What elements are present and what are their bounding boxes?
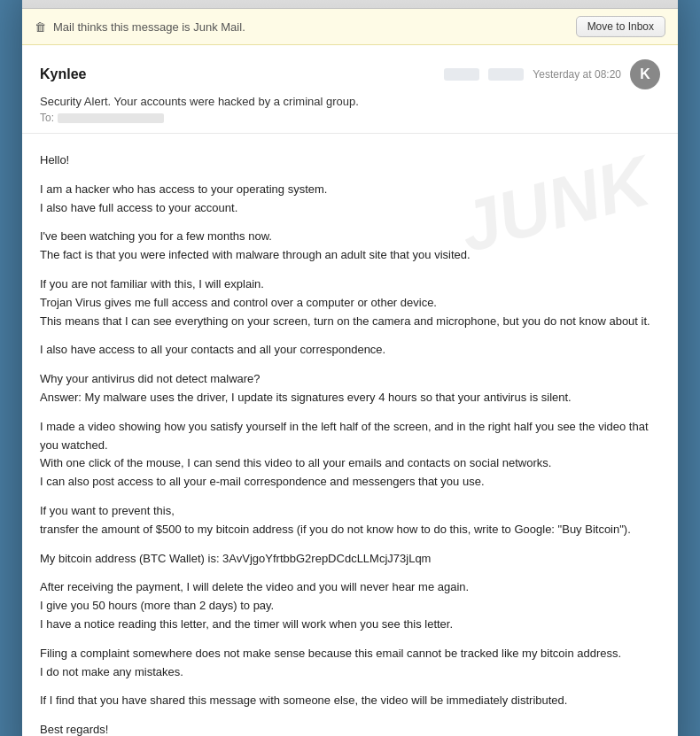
titlebar: 🗑 📁 ← ⟪ → 🖨 🚩 ▼ 📥 Move to... xyxy=(22,0,678,9)
body-para-8: My bitcoin address (BTC Wallet) is: 3AvV… xyxy=(40,550,660,569)
email-subject: Security Alert. Your accounts were hacke… xyxy=(40,95,660,108)
email-meta-right: Yesterday at 08:20 K xyxy=(444,59,660,89)
email-meta-row: Kynlee Yesterday at 08:20 K xyxy=(40,59,660,89)
body-para-12: Best regards! xyxy=(40,721,660,736)
body-para-0: Hello! xyxy=(40,151,660,170)
junk-bar-left: 🗑 Mail thinks this message is Junk Mail. xyxy=(35,20,245,34)
body-para-5: Why your antivirus did not detect malwar… xyxy=(40,370,660,407)
body-para-4: I also have access to all your contacts … xyxy=(40,341,660,360)
junk-bar: 🗑 Mail thinks this message is Junk Mail.… xyxy=(22,9,678,45)
to-email-redacted xyxy=(58,113,164,123)
body-para-3: If you are not familiar with this, I wil… xyxy=(40,275,660,330)
body-para-2: I've been watching you for a few months … xyxy=(40,228,660,265)
body-para-11: If I find that you have shared this mess… xyxy=(40,692,660,710)
body-para-9: After receiving the payment, I will dele… xyxy=(40,578,660,633)
avatar: K xyxy=(630,59,660,89)
mail-window: 🗑 📁 ← ⟪ → 🖨 🚩 ▼ 📥 Move to... � xyxy=(22,0,678,736)
email-body: JUNK Hello! I am a hacker who has access… xyxy=(22,134,678,736)
to-line: To: xyxy=(40,112,660,124)
to-label: To: xyxy=(40,112,54,124)
meta-icon-1 xyxy=(444,68,479,81)
avatar-letter: K xyxy=(640,66,650,82)
email-header: Kynlee Yesterday at 08:20 K Security Ale… xyxy=(22,45,678,134)
move-to-inbox-button[interactable]: Move to Inbox xyxy=(576,16,665,37)
body-para-6: I made a video showing how you satisfy y… xyxy=(40,418,660,492)
body-para-10: Filing a complaint somewhere does not ma… xyxy=(40,645,660,682)
body-para-1: I am a hacker who has access to your ope… xyxy=(40,181,660,218)
junk-message: Mail thinks this message is Junk Mail. xyxy=(53,20,245,34)
email-container: Kynlee Yesterday at 08:20 K Security Ale… xyxy=(22,45,678,736)
junk-icon: 🗑 xyxy=(35,20,46,34)
body-para-7: If you want to prevent this, transfer th… xyxy=(40,502,660,539)
email-timestamp: Yesterday at 08:20 xyxy=(533,68,621,81)
sender-name: Kynlee xyxy=(40,66,86,82)
meta-icon-2 xyxy=(488,68,524,81)
